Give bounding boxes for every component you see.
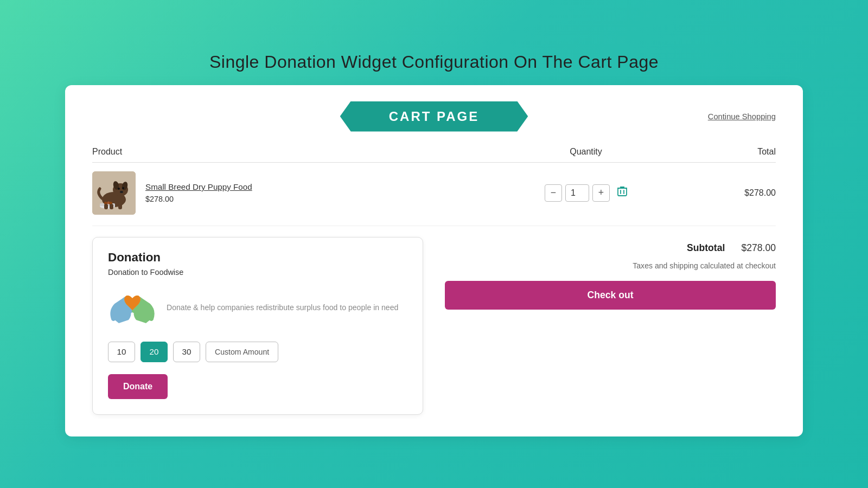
- donation-subtitle: Donation to Foodwise: [108, 268, 407, 277]
- amount-btn-30[interactable]: 30: [173, 342, 200, 362]
- product-info: Small Breed Dry Puppy Food $278.00: [92, 171, 505, 215]
- product-total: $278.00: [667, 188, 776, 198]
- donation-info: Donate & help companies redistribute sur…: [108, 286, 407, 330]
- subtotal-label: Subtotal: [687, 242, 725, 254]
- subtotal-value: $278.00: [741, 242, 776, 254]
- main-card: CART PAGE Continue Shopping Product Quan…: [65, 85, 803, 436]
- product-price: $278.00: [145, 195, 252, 203]
- subtotal-row: Subtotal $278.00: [445, 242, 776, 254]
- custom-amount-button[interactable]: Custom Amount: [206, 342, 278, 362]
- tax-note: Taxes and shipping calculated at checkou…: [445, 261, 776, 270]
- col-qty-header: Quantity: [505, 147, 667, 157]
- svg-rect-15: [118, 204, 122, 209]
- continue-shopping-button[interactable]: Continue Shopping: [708, 112, 776, 121]
- product-image: [92, 171, 136, 215]
- donation-widget: Donation Donation to Foodwise Donate & h…: [92, 237, 423, 415]
- donation-icon: [108, 286, 157, 330]
- svg-rect-14: [110, 204, 113, 209]
- col-product-header: Product: [92, 147, 505, 157]
- donate-button[interactable]: Donate: [108, 374, 168, 399]
- header-row: CART PAGE Continue Shopping: [92, 101, 776, 132]
- product-details: Small Breed Dry Puppy Food $278.00: [145, 182, 252, 203]
- qty-input[interactable]: [565, 184, 589, 202]
- donation-desc: Donate & help companies redistribute sur…: [167, 302, 398, 313]
- qty-controls: − +: [505, 184, 667, 202]
- qty-decrease-button[interactable]: −: [545, 184, 562, 202]
- col-total-header: Total: [667, 147, 776, 157]
- order-summary: Subtotal $278.00 Taxes and shipping calc…: [445, 237, 776, 310]
- svg-rect-16: [618, 188, 627, 196]
- cart-banner: CART PAGE: [340, 101, 528, 132]
- amount-buttons: 10 20 30 Custom Amount: [108, 342, 407, 362]
- svg-rect-13: [104, 204, 108, 209]
- svg-point-7: [120, 191, 123, 193]
- product-name[interactable]: Small Breed Dry Puppy Food: [145, 182, 252, 191]
- delete-button[interactable]: [617, 186, 627, 200]
- amount-btn-10[interactable]: 10: [108, 342, 135, 362]
- checkout-button[interactable]: Check out: [445, 281, 776, 310]
- product-row: Small Breed Dry Puppy Food $278.00 − + $…: [92, 171, 776, 226]
- svg-point-5: [118, 188, 120, 190]
- table-header: Product Quantity Total: [92, 147, 776, 163]
- qty-increase-button[interactable]: +: [592, 184, 610, 202]
- donation-title: Donation: [108, 251, 407, 265]
- amount-btn-20[interactable]: 20: [141, 342, 168, 362]
- svg-point-6: [122, 187, 124, 189]
- bottom-section: Donation Donation to Foodwise Donate & h…: [92, 237, 776, 415]
- page-title: Single Donation Widget Configuration On …: [209, 52, 659, 72]
